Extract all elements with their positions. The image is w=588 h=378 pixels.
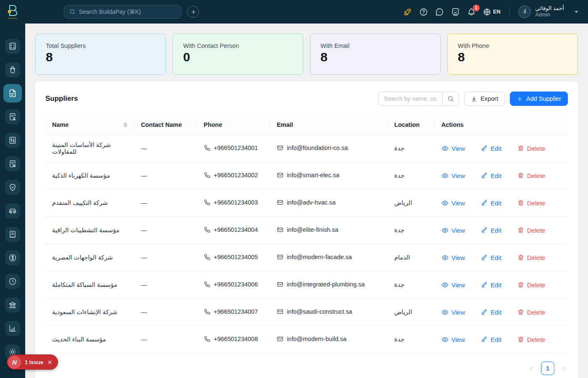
view-button[interactable]: View [441, 336, 465, 343]
global-search-input[interactable] [79, 8, 176, 15]
sidebar-item-clock[interactable] [5, 274, 20, 289]
delete-button[interactable]: Delete [517, 336, 545, 343]
view-button[interactable]: View [441, 254, 465, 261]
supplier-contact: — [141, 254, 147, 261]
pencil-icon [481, 227, 488, 234]
avatar: أا [518, 5, 531, 18]
eye-icon [441, 145, 449, 152]
table-row: مؤسسة الكهرباء الذكية — +966501234002 in… [45, 162, 568, 189]
language-switcher[interactable]: EN [483, 8, 500, 16]
shield-check-icon [8, 183, 17, 192]
rocket-icon[interactable] [403, 8, 412, 16]
delete-button[interactable]: Delete [517, 227, 545, 234]
pencil-icon [481, 200, 488, 206]
delete-button[interactable]: Delete [517, 281, 545, 289]
supplier-contact: — [141, 227, 147, 234]
column-header-contact: Contact Name [134, 115, 197, 135]
edit-button[interactable]: Edit [481, 309, 501, 316]
column-header-name[interactable]: Name [45, 115, 134, 135]
global-search[interactable] [64, 5, 181, 18]
stat-value: 8 [458, 50, 567, 64]
sidebar-item-bank[interactable] [5, 297, 20, 312]
sidebar-item-file-user[interactable] [5, 109, 20, 124]
supplier-phone: +966501234008 [214, 336, 258, 342]
edit-button[interactable]: Edit [481, 172, 501, 179]
supplier-email: info@foundation-co.sa [287, 144, 348, 151]
plus-icon [517, 96, 523, 102]
table-search-button[interactable] [442, 92, 459, 106]
edit-button[interactable]: Edit [481, 227, 501, 234]
user-menu[interactable]: أا أحمد الوفائي Admin [518, 5, 579, 18]
phone-icon [204, 199, 210, 206]
column-header-actions: Actions [435, 115, 568, 135]
view-button[interactable]: View [441, 145, 465, 152]
sidebar-item-calculator[interactable] [5, 39, 20, 54]
sidebar-item-car[interactable] [5, 203, 20, 218]
edit-button[interactable]: Edit [481, 281, 501, 289]
table-search [378, 92, 459, 106]
eye-icon [441, 309, 449, 316]
supplier-location: جدة [394, 227, 404, 234]
chat-icon[interactable] [435, 8, 444, 16]
mail-icon [277, 199, 284, 206]
dollar-coin-icon [8, 254, 17, 262]
topbar-divider [509, 6, 509, 17]
edit-button[interactable]: Edit [481, 254, 501, 261]
sidebar-item-bar-chart[interactable] [5, 321, 20, 336]
trash-icon [517, 336, 524, 343]
edit-button[interactable]: Edit [481, 336, 501, 343]
export-button[interactable]: Export [464, 92, 505, 106]
delete-button[interactable]: Delete [517, 172, 545, 179]
supplier-location: جدة [394, 336, 404, 343]
sidebar-item-receipt[interactable] [5, 227, 20, 242]
plus-icon [190, 9, 197, 15]
app-logo[interactable]: BuildaPay [0, 4, 25, 19]
pencil-icon [481, 254, 488, 261]
add-supplier-button[interactable]: Add Supplier [510, 92, 568, 106]
delete-button[interactable]: Delete [517, 145, 545, 152]
topbar-right: 1 EN أا أحمد الوفائي Admin [403, 5, 588, 18]
search-icon [69, 8, 76, 15]
sidebar-item-file-check[interactable] [5, 156, 20, 171]
delete-button[interactable]: Delete [517, 309, 545, 316]
phone-icon [204, 308, 210, 315]
supplier-name: مؤسسة البناء الحديث [52, 336, 106, 343]
sidebar-item-dollar-coin[interactable] [5, 250, 20, 265]
view-button[interactable]: View [441, 281, 465, 289]
logo-caption: BuildaPay [8, 17, 17, 19]
next-page-button[interactable] [561, 365, 567, 371]
sidebar-item-shopping-bag[interactable] [5, 62, 20, 77]
edit-button[interactable]: Edit [481, 200, 501, 207]
page-number-button[interactable]: 1 [541, 362, 554, 375]
view-button[interactable]: View [441, 227, 465, 234]
phone-icon [204, 336, 210, 342]
view-button[interactable]: View [441, 309, 465, 316]
view-button[interactable]: View [441, 200, 465, 207]
sidebar-item-sliders[interactable] [5, 133, 20, 148]
issue-count-label: 1 Issue [25, 359, 43, 365]
view-button[interactable]: View [441, 172, 465, 179]
delete-button[interactable]: Delete [517, 254, 545, 261]
dev-issue-badge[interactable]: N 1 Issue [7, 354, 58, 370]
docs-icon[interactable] [451, 8, 460, 16]
supplier-phone: +966501234003 [214, 199, 258, 206]
supplier-contact: — [141, 145, 147, 152]
supplier-name: شركة الواجهات العصرية [52, 254, 113, 261]
help-icon[interactable] [419, 8, 428, 16]
file-check-icon [8, 160, 17, 168]
delete-button[interactable]: Delete [517, 200, 545, 207]
edit-button[interactable]: Edit [481, 145, 501, 152]
close-icon[interactable] [47, 360, 52, 365]
mail-icon [277, 254, 284, 260]
shopping-bag-icon [8, 66, 17, 74]
file-user-icon [8, 113, 17, 121]
quick-add-button[interactable] [187, 6, 199, 18]
calculator-icon [8, 42, 17, 50]
pencil-icon [481, 145, 488, 152]
prev-page-button[interactable] [528, 365, 534, 371]
table-search-input[interactable] [378, 92, 442, 106]
sort-icon[interactable] [123, 122, 127, 128]
sidebar-item-file-active[interactable] [3, 84, 22, 102]
sidebar-item-shield-check[interactable] [5, 180, 20, 195]
bell-icon[interactable]: 1 [467, 8, 476, 16]
